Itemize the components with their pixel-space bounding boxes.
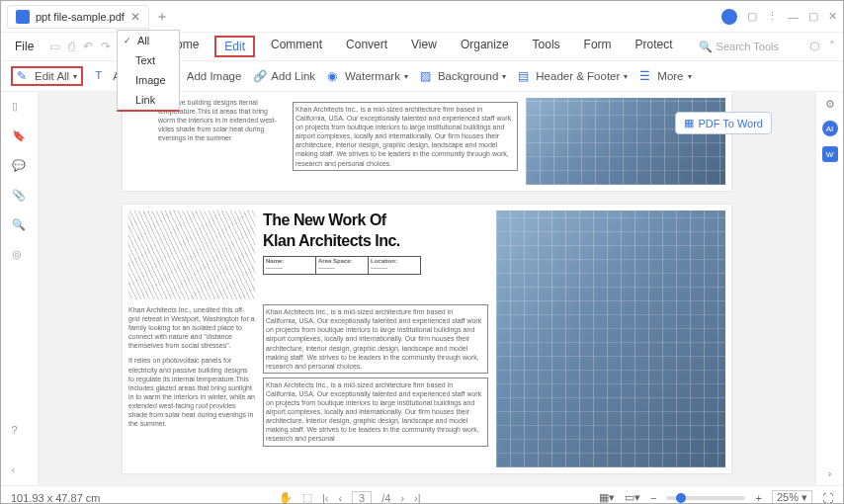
edit-all-dropdown: All Text Image Link: [117, 30, 180, 112]
fit-mode-icon[interactable]: ▦▾: [599, 491, 615, 504]
more-button[interactable]: ☰More▾: [639, 69, 691, 83]
page-2-partial: I passive building designs iternal tempe…: [123, 92, 731, 191]
menu-tools[interactable]: Tools: [525, 36, 568, 57]
bookmarks-icon[interactable]: 🔖: [12, 129, 28, 145]
attachments-icon[interactable]: 📎: [12, 189, 28, 205]
info-table: Name:──── Area Space:──── Location:────: [263, 256, 421, 276]
user-avatar-icon[interactable]: [721, 9, 737, 25]
menu-edit[interactable]: Edit: [214, 36, 255, 57]
search-tools[interactable]: 🔍 Search Tools: [699, 36, 779, 57]
background-icon: ▨: [420, 69, 434, 83]
zoom-value[interactable]: 25% ▾: [772, 490, 812, 504]
document-canvas[interactable]: ▦ PDF To Word I passive building designs…: [39, 92, 815, 485]
tab-title: ppt file-sample.pdf: [36, 11, 125, 23]
menu-view[interactable]: View: [403, 36, 445, 57]
next-page-icon[interactable]: ›: [400, 492, 404, 504]
undo-icon[interactable]: ↶: [83, 40, 93, 53]
cloud-icon[interactable]: ⬡: [809, 40, 819, 53]
search-panel-icon[interactable]: 🔍: [12, 218, 28, 234]
right-sidebar: ⚙ AI W ›: [815, 92, 843, 485]
left-sidebar: ▯ 🔖 💬 📎 🔍 ◎ ? ‹: [1, 92, 39, 485]
pencil-icon: ✎: [17, 69, 31, 83]
pdf-to-word-button[interactable]: ▦ PDF To Word: [675, 112, 772, 134]
zoom-in-icon[interactable]: +: [755, 492, 761, 504]
chevron-down-icon: ▾: [73, 72, 77, 81]
status-bar: 101.93 x 47.87 cm ✋ ⬚ |‹ ‹ 3 /4 › ›| ▦▾ …: [1, 485, 843, 504]
collapse-right-icon[interactable]: ›: [828, 467, 832, 479]
comments-icon[interactable]: 💬: [12, 159, 28, 175]
menu-form[interactable]: Form: [576, 36, 620, 57]
menu-convert[interactable]: Convert: [338, 36, 395, 57]
text-icon: T: [95, 69, 109, 83]
ai-badge-icon[interactable]: AI: [822, 121, 838, 136]
menu-protect[interactable]: Protect: [628, 36, 681, 57]
close-tab-icon[interactable]: ✕: [130, 10, 140, 24]
page-total: /4: [381, 492, 390, 504]
dropdown-link[interactable]: Link: [118, 90, 179, 110]
chat-icon[interactable]: ▢: [747, 10, 757, 23]
building-image-large: [496, 210, 725, 467]
select-tool-icon[interactable]: ⬚: [302, 491, 312, 504]
header-footer-icon: ▤: [518, 69, 532, 83]
thumbnails-icon[interactable]: ▯: [12, 100, 28, 116]
dropdown-all[interactable]: All: [118, 31, 179, 50]
watermark-button[interactable]: ◉Watermark▾: [327, 69, 408, 83]
close-window-icon[interactable]: ✕: [828, 10, 837, 23]
maximize-icon[interactable]: ▢: [808, 10, 818, 23]
pdf-icon: [16, 10, 30, 24]
dropdown-text[interactable]: Text: [118, 50, 179, 70]
prev-page-icon[interactable]: ‹: [338, 492, 342, 504]
heading-line1: The New Work Of: [263, 210, 488, 231]
heading-line2: Klan Architects Inc.: [263, 231, 488, 252]
zoom-slider[interactable]: [666, 496, 745, 500]
file-menu[interactable]: File: [9, 38, 40, 55]
menu-organize[interactable]: Organize: [453, 36, 517, 57]
collapse-left-icon[interactable]: ‹: [12, 463, 28, 479]
kebab-icon[interactable]: ⋮: [767, 10, 778, 23]
new-tab-button[interactable]: ＋: [155, 8, 169, 26]
help-icon[interactable]: ?: [12, 424, 28, 440]
hand-tool-icon[interactable]: ✋: [279, 491, 293, 504]
word-icon: ▦: [684, 117, 694, 129]
page-3: Khan Architects Inc., unedited this off-…: [123, 205, 731, 473]
zoom-out-icon[interactable]: −: [650, 492, 656, 504]
page-input[interactable]: 3: [352, 491, 372, 505]
header-footer-button[interactable]: ▤Header & Footer▾: [518, 69, 628, 83]
menu-comment[interactable]: Comment: [263, 36, 330, 57]
title-bar: ppt file-sample.pdf ✕ ＋ ▢ ⋮ — ▢ ✕: [1, 1, 843, 33]
last-page-icon[interactable]: ›|: [414, 492, 421, 504]
open-icon[interactable]: ▭: [49, 40, 60, 53]
document-tab[interactable]: ppt file-sample.pdf ✕: [7, 5, 149, 29]
redo-icon[interactable]: ↷: [101, 40, 111, 53]
more-icon: ☰: [639, 69, 653, 83]
architecture-image: [128, 210, 255, 299]
word-badge-icon[interactable]: W: [822, 146, 838, 162]
collapse-ribbon-icon[interactable]: ˄: [829, 40, 835, 53]
fields-icon[interactable]: ◎: [12, 248, 28, 264]
background-button[interactable]: ▨Background▾: [420, 69, 506, 83]
add-link-button[interactable]: 🔗Add Link: [253, 69, 315, 83]
minimize-icon[interactable]: —: [788, 11, 799, 23]
dropdown-image[interactable]: Image: [118, 70, 179, 90]
fullscreen-icon[interactable]: ⛶: [822, 492, 833, 504]
edit-all-button[interactable]: ✎ Edit All ▾: [11, 66, 83, 86]
first-page-icon[interactable]: |‹: [322, 492, 329, 504]
watermark-icon: ◉: [327, 69, 341, 83]
print-icon[interactable]: ⎙: [68, 40, 75, 53]
dimensions-readout: 101.93 x 47.87 cm: [11, 492, 101, 504]
link-icon: 🔗: [253, 69, 267, 83]
settings-icon[interactable]: ⚙: [825, 98, 835, 111]
view-mode-icon[interactable]: ▭▾: [625, 491, 640, 504]
